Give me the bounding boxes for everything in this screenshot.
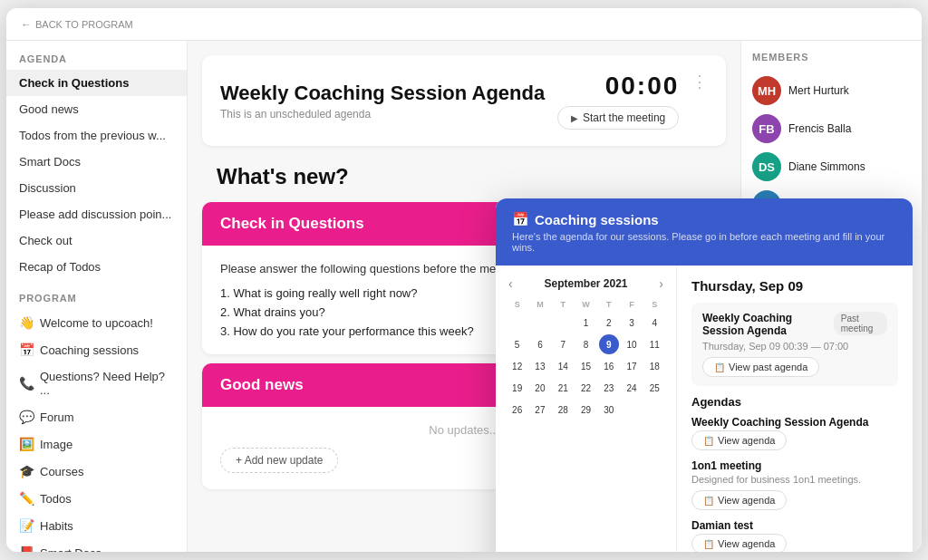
session-card: Weekly Coaching Session Agenda Past meet… — [691, 303, 898, 386]
cal-day[interactable]: 26 — [508, 400, 527, 420]
cal-day-label: T — [553, 298, 574, 311]
cal-day[interactable]: 20 — [530, 378, 550, 398]
member-item: DSDiane Simmons — [752, 148, 911, 186]
left-sidebar: AGENDA Check in QuestionsGood newsTodos … — [6, 41, 188, 552]
cal-day[interactable]: 15 — [575, 356, 595, 376]
cal-day[interactable]: 23 — [599, 378, 619, 398]
cal-day[interactable]: 10 — [622, 334, 642, 354]
start-meeting-button[interactable]: Start the meeting — [557, 106, 679, 130]
program-item-label: Image — [40, 438, 72, 451]
view-agenda-button[interactable]: View agenda — [691, 534, 787, 552]
sidebar-program-item[interactable]: 💬Forum — [6, 403, 187, 430]
cal-next-button[interactable]: › — [657, 276, 665, 291]
sidebar-agenda-item[interactable]: Smart Docs — [6, 149, 187, 175]
cal-day[interactable]: 9 — [599, 334, 619, 354]
cal-day[interactable]: 18 — [644, 356, 664, 376]
coaching-panel-title: 📅 Coaching sessions — [512, 211, 896, 227]
session-date-header: Thursday, Sep 09 — [691, 278, 898, 294]
coaching-panel-header: 📅 Coaching sessions Here's the agenda fo… — [496, 198, 913, 266]
cal-day[interactable]: 25 — [644, 378, 664, 398]
sidebar-program-item[interactable]: 📕Smart Docs — [6, 539, 187, 552]
agenda-entry-name: 1on1 meeting — [691, 459, 898, 472]
cal-day[interactable]: 12 — [508, 356, 527, 376]
back-link[interactable]: BACK TO PROGRAM — [21, 18, 133, 31]
cal-day[interactable]: 28 — [553, 400, 573, 420]
more-options-icon[interactable]: ⋮ — [691, 72, 708, 92]
view-agenda-button[interactable]: View agenda — [691, 490, 787, 510]
cal-day-label: M — [529, 298, 550, 311]
program-item-label: Todos — [40, 492, 72, 506]
member-name: Diane Simmons — [788, 160, 865, 173]
cal-day[interactable]: 3 — [622, 313, 642, 333]
session-name: Weekly Coaching Session Agenda — [702, 312, 834, 337]
sidebar-agenda-item[interactable]: Please add discussion poin... — [6, 201, 187, 227]
cal-day[interactable]: 19 — [508, 378, 527, 398]
view-past-agenda-button[interactable]: View past agenda — [702, 357, 819, 377]
program-item-emoji: 📞 — [19, 376, 34, 391]
cal-day[interactable]: 14 — [553, 356, 573, 376]
member-avatar: MH — [752, 76, 781, 105]
cal-day[interactable]: 1 — [575, 313, 595, 333]
program-item-label: Courses — [40, 465, 83, 478]
sidebar-program-item[interactable]: 📅Coaching sessions — [6, 336, 187, 363]
add-update-button[interactable]: + Add new update — [220, 448, 338, 473]
cal-day[interactable]: 5 — [508, 334, 527, 354]
calendar-section: ‹ September 2021 › SMTWTFS12345678910111… — [496, 266, 677, 552]
member-avatar: FB — [752, 114, 781, 143]
sidebar-program-item[interactable]: 🖼️Image — [6, 430, 187, 458]
agenda-header-right: 00:00 Start the meeting — [557, 72, 679, 130]
program-item-label: Questions? Need Help? ... — [40, 370, 174, 397]
sidebar-agenda-item[interactable]: Recap of Todos — [6, 254, 187, 280]
program-item-emoji: 💬 — [19, 410, 34, 424]
sidebar-program-item[interactable]: ✏️Todos — [6, 485, 187, 512]
whats-new-title: What's new? — [217, 164, 711, 189]
sidebar-agenda-item[interactable]: Todos from the previous w... — [6, 122, 187, 149]
sidebar-agenda-item[interactable]: Discussion — [6, 175, 187, 201]
agendas-section-title: Agendas — [691, 395, 898, 409]
top-bar: BACK TO PROGRAM — [6, 8, 922, 41]
coaching-panel-title-text: Coaching sessions — [535, 212, 659, 227]
cal-day[interactable]: 2 — [599, 313, 619, 333]
cal-prev-button[interactable]: ‹ — [507, 276, 515, 291]
timer-display: 00:00 — [605, 72, 680, 101]
agenda-title: Weekly Coaching Session Agenda — [220, 82, 545, 105]
cal-day[interactable]: 29 — [575, 400, 595, 420]
cal-day[interactable]: 4 — [644, 313, 664, 333]
cal-day[interactable]: 6 — [530, 334, 550, 354]
cal-day[interactable]: 8 — [575, 334, 595, 354]
sidebar-program-item[interactable]: 👋Welcome to upcoach! — [6, 309, 187, 336]
calendar-grid: SMTWTFS123456789101112131415161718192021… — [507, 298, 665, 420]
cal-day[interactable]: 24 — [622, 378, 642, 398]
cal-day — [530, 313, 550, 333]
cal-day[interactable]: 27 — [530, 400, 550, 420]
program-item-emoji: 👋 — [19, 315, 34, 330]
view-agenda-button[interactable]: View agenda — [691, 430, 787, 450]
cal-day[interactable]: 11 — [644, 334, 664, 354]
sidebar-agenda-item[interactable]: Check out — [6, 227, 187, 254]
agenda-header-left: Weekly Coaching Session Agenda This is a… — [220, 82, 545, 121]
agenda-header-card: Weekly Coaching Session Agenda This is a… — [202, 55, 726, 146]
sidebar-program-item[interactable]: 📞Questions? Need Help? ... — [6, 363, 187, 403]
coaching-panel-body: ‹ September 2021 › SMTWTFS12345678910111… — [496, 266, 913, 552]
coaching-panel: 📅 Coaching sessions Here's the agenda fo… — [496, 198, 913, 552]
program-item-emoji: 📕 — [19, 546, 34, 552]
session-card-top: Weekly Coaching Session Agenda Past meet… — [702, 312, 887, 337]
cal-header: ‹ September 2021 › — [507, 276, 665, 291]
sidebar-agenda-item[interactable]: Check in Questions — [6, 70, 187, 96]
coaching-panel-emoji: 📅 — [512, 211, 529, 227]
sidebar-program-item[interactable]: 🎓Courses — [6, 458, 187, 485]
sidebar-program-item[interactable]: 📝Habits — [6, 512, 187, 539]
cal-day[interactable]: 13 — [530, 356, 550, 376]
sessions-detail: Thursday, Sep 09 Weekly Coaching Session… — [677, 266, 913, 552]
cal-day — [644, 400, 664, 420]
sidebar-agenda-item[interactable]: Good news — [6, 96, 187, 122]
cal-day[interactable]: 22 — [575, 378, 595, 398]
member-item: MHMert Hurturk — [752, 72, 911, 110]
cal-day[interactable]: 7 — [553, 334, 573, 354]
cal-day[interactable]: 17 — [622, 356, 642, 376]
cal-day[interactable]: 16 — [599, 356, 619, 376]
program-item-emoji: 🎓 — [19, 464, 34, 478]
agendas-list: Weekly Coaching Session AgendaView agend… — [691, 416, 898, 552]
cal-day[interactable]: 30 — [599, 400, 619, 420]
cal-day[interactable]: 21 — [553, 378, 573, 398]
